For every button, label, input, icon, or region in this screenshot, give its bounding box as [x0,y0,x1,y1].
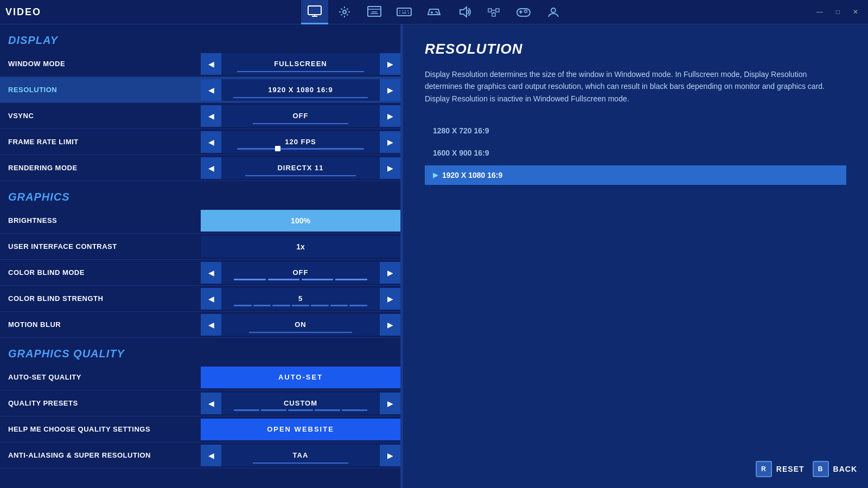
vsync-row: VSYNC ◀ OFF ▶ [0,103,400,129]
resolution-label: RESOLUTION [0,86,201,94]
quality-presets-label: QUALITY PRESETS [0,399,201,407]
auto-set-quality-btn[interactable]: AUTO-SET [201,367,400,388]
anti-aliasing-row: ANTI-ALIASING & SUPER RESOLUTION ◀ TAA ▶ [0,442,400,468]
nav-display[interactable] [361,0,388,24]
color-blind-strength-prev[interactable]: ◀ [201,288,221,310]
graphics-section-header: GRAPHICS [0,181,400,208]
motion-blur-next[interactable]: ▶ [380,314,400,336]
info-description: Display Resolution determines the size o… [425,68,846,105]
minimize-btn[interactable]: — [812,7,827,17]
motion-blur-control: ◀ ON ▶ [201,312,400,337]
help-quality-control: OPEN WEBSITE [201,416,400,442]
color-blind-mode-label: COLOR BLIND MODE [0,268,201,277]
nav-gamepad2[interactable] [510,0,537,24]
window-controls: — □ ✕ [812,7,863,17]
rendering-mode-next[interactable]: ▶ [380,157,400,179]
quality-presets-value: CUSTOM [221,393,380,414]
window-mode-prev[interactable]: ◀ [201,53,221,75]
resolution-option-1080[interactable]: ▶ 1920 X 1080 16:9 [425,165,846,185]
anti-aliasing-prev[interactable]: ◀ [201,445,221,466]
vsync-next[interactable]: ▶ [380,105,400,127]
nav-network[interactable] [480,0,507,24]
motion-blur-label: MOTION BLUR [0,320,201,329]
back-label: BACK [833,465,857,473]
resolution-option-900[interactable]: 1600 X 900 16:9 [425,143,846,163]
resolution-options-list: 1280 X 720 16:9 1600 X 900 16:9 ▶ 1920 X… [425,121,846,185]
frame-rate-next[interactable]: ▶ [380,131,400,153]
rendering-mode-prev[interactable]: ◀ [201,157,221,179]
quality-presets-prev[interactable]: ◀ [201,393,221,414]
nav-audio[interactable] [450,0,477,24]
nav-video[interactable] [301,0,328,24]
auto-set-quality-label: AUTO-SET QUALITY [0,373,201,381]
rendering-mode-row: RENDERING MODE ◀ DIRECTX 11 ▶ [0,155,400,181]
brightness-row: BRIGHTNESS 100% [0,208,400,234]
svg-rect-8 [397,8,411,16]
svg-point-30 [551,8,556,12]
resolution-option-720[interactable]: 1280 X 720 16:9 [425,121,846,140]
close-btn[interactable]: ✕ [848,7,863,17]
quality-presets-next[interactable]: ▶ [380,393,400,414]
color-blind-mode-value: OFF [221,262,380,284]
frame-rate-control: ◀ 120 FPS ▶ [201,129,400,155]
svg-point-18 [436,11,437,13]
page-title: VIDEO [5,7,41,18]
window-mode-next[interactable]: ▶ [380,53,400,75]
back-button[interactable]: B BACK [813,461,857,477]
color-blind-mode-row: COLOR BLIND MODE ◀ OFF ▶ [0,260,400,286]
help-quality-label: HELP ME CHOOSE QUALITY SETTINGS [0,425,201,433]
auto-set-quality-control: AUTO-SET [201,364,400,390]
nav-account[interactable] [540,0,567,24]
resolution-value: 1920 X 1080 16:9 [221,79,380,101]
motion-blur-value: ON [221,314,380,336]
nav-keyboard[interactable] [391,0,418,24]
vsync-prev[interactable]: ◀ [201,105,221,127]
resolution-row: RESOLUTION ◀ 1920 X 1080 16:9 ▶ [0,77,400,103]
anti-aliasing-next[interactable]: ▶ [380,445,400,466]
quality-presets-control: ◀ CUSTOM ▶ [201,390,400,416]
vsync-value: OFF [221,105,380,127]
rendering-mode-value: DIRECTX 11 [221,157,380,179]
svg-rect-21 [488,9,492,12]
ui-contrast-value: 1x [296,242,305,251]
frame-rate-prev[interactable]: ◀ [201,131,221,153]
back-key-icon: B [813,461,829,477]
rendering-mode-label: RENDERING MODE [0,164,201,172]
ui-contrast-row: USER INTERFACE CONTRAST 1x [0,234,400,260]
open-website-btn[interactable]: OPEN WEBSITE [201,419,400,440]
svg-point-3 [343,10,346,14]
svg-rect-0 [308,6,321,15]
nav-gear[interactable] [331,0,358,24]
settings-panel: DISPLAY WINDOW MODE ◀ FULLSCREEN ▶ RESOL… [0,24,401,488]
color-blind-strength-value: 5 [221,288,380,310]
frame-rate-row: FRAME RATE LIMIT ◀ 120 FPS ▶ [0,129,400,155]
resolution-next[interactable]: ▶ [380,79,400,101]
maximize-btn[interactable]: □ [832,7,844,17]
nav-controller[interactable] [420,0,448,24]
main-layout: DISPLAY WINDOW MODE ◀ FULLSCREEN ▶ RESOL… [0,24,868,488]
svg-rect-26 [517,9,530,16]
window-mode-label: WINDOW MODE [0,60,201,68]
ui-contrast-control: 1x [201,234,400,259]
reset-key-icon: R [756,461,772,477]
help-quality-row: HELP ME CHOOSE QUALITY SETTINGS OPEN WEB… [0,416,400,442]
motion-blur-prev[interactable]: ◀ [201,314,221,336]
color-blind-mode-prev[interactable]: ◀ [201,262,221,284]
vsync-control: ◀ OFF ▶ [201,103,400,129]
svg-rect-23 [492,13,495,16]
quality-presets-row: QUALITY PRESETS ◀ CUSTOM ▶ [0,390,400,416]
bottom-buttons: R RESET B BACK [756,461,857,477]
color-blind-strength-next[interactable]: ▶ [380,288,400,310]
svg-rect-22 [496,9,499,12]
color-blind-strength-control: ◀ 5 ▶ [201,286,400,311]
nav-bar [301,0,567,24]
vsync-label: VSYNC [0,112,201,120]
brightness-value: 100% [291,216,310,225]
reset-button[interactable]: R RESET [756,461,805,477]
svg-point-19 [437,12,439,14]
color-blind-mode-next[interactable]: ▶ [380,262,400,284]
frame-rate-value: 120 FPS [221,131,380,153]
resolution-prev[interactable]: ◀ [201,79,221,101]
window-mode-control: ◀ FULLSCREEN ▶ [201,51,400,76]
brightness-control: 100% [201,208,400,233]
